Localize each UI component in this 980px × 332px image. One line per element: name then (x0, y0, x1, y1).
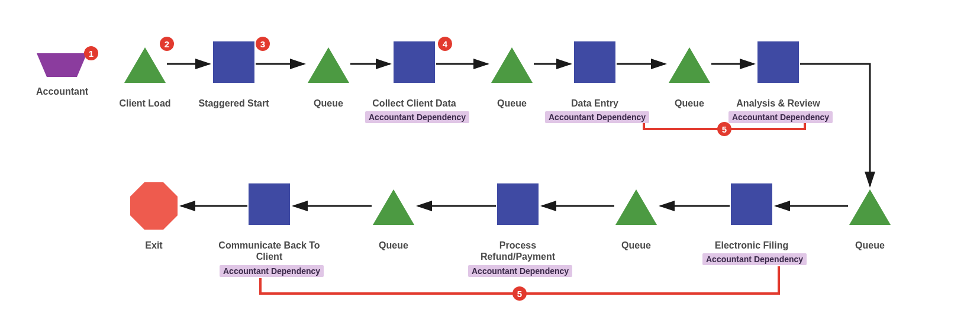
queue4-label: Queue (837, 240, 902, 251)
process-refund-shape (497, 183, 539, 225)
queue6-shape (373, 189, 414, 225)
queue3-shape (669, 47, 710, 83)
queue3-label: Queue (657, 98, 722, 109)
annotation-2: 2 (160, 37, 174, 51)
annotation-5a: 5 (717, 122, 731, 136)
data-entry-shape (574, 41, 615, 83)
queue2-shape (491, 47, 533, 83)
exit-shape (130, 182, 178, 230)
electronic-filing-shape (731, 183, 772, 225)
process-dependency-badge: Accountant Dependency (468, 265, 572, 277)
accountant-label: Accountant (27, 86, 98, 97)
annotation-4: 4 (438, 37, 452, 51)
annotation-1: 1 (84, 46, 98, 60)
analysis-dependency-badge: Accountant Dependency (728, 111, 833, 123)
efiling-dependency-badge: Accountant Dependency (702, 253, 807, 265)
collect-dependency-badge: Accountant Dependency (365, 111, 469, 123)
flow-diagram: Accountant Client Load Staggered Start Q… (0, 0, 980, 332)
data-entry-label: Data Entry (553, 98, 636, 109)
client-load-shape (124, 47, 166, 83)
analysis-shape (757, 41, 799, 83)
queue2-label: Queue (479, 98, 544, 109)
queue5-label: Queue (604, 240, 669, 251)
queue5-shape (615, 189, 657, 225)
data-entry-dependency-badge: Accountant Dependency (545, 111, 649, 123)
accountant-shape (37, 53, 87, 77)
analysis-label: Analysis & Review (734, 98, 823, 109)
collect-client-data-shape (394, 41, 435, 83)
electronic-filing-label: Electronic Filing (707, 240, 796, 251)
annotation-3: 3 (256, 37, 270, 51)
communicate-shape (249, 183, 290, 225)
annotation-5b: 5 (512, 286, 527, 301)
communicate-label: Communicate Back To Client (213, 240, 325, 262)
collect-client-data-label: Collect Client Data (367, 98, 462, 109)
process-refund-label: Process Refund/Payment (470, 240, 565, 262)
svg-marker-1 (130, 182, 178, 230)
queue6-label: Queue (361, 240, 426, 251)
exit-label: Exit (127, 240, 180, 251)
staggered-start-label: Staggered Start (192, 98, 275, 109)
queue4-shape (849, 189, 891, 225)
queue1-label: Queue (296, 98, 361, 109)
communicate-dependency-badge: Accountant Dependency (220, 265, 324, 277)
staggered-start-shape (213, 41, 254, 83)
client-load-label: Client Load (109, 98, 180, 109)
svg-marker-0 (37, 53, 87, 77)
queue1-shape (308, 47, 349, 83)
